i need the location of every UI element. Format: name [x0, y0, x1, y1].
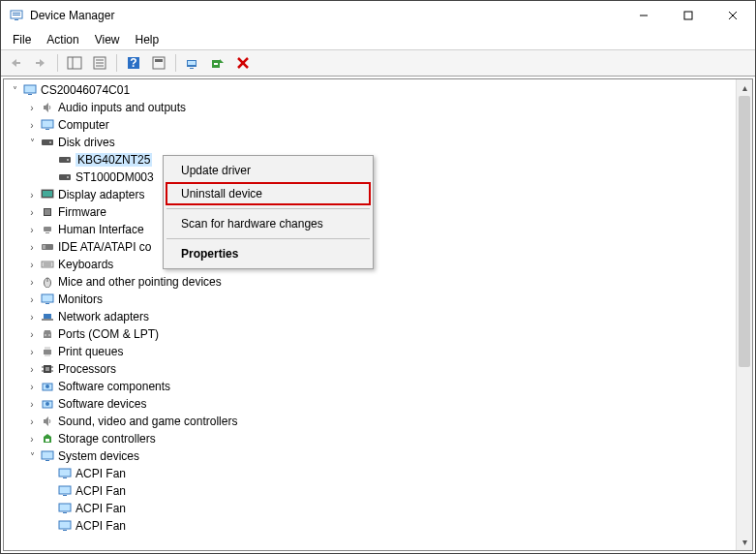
tree-root[interactable]: ˅ CS20046074C01 — [4, 81, 736, 99]
expander-icon[interactable]: › — [25, 347, 39, 357]
computer-icon — [39, 117, 56, 133]
tree-item-acpi[interactable]: ACPI Fan — [4, 500, 736, 517]
svg-rect-79 — [59, 521, 71, 529]
scan-button[interactable] — [182, 52, 203, 74]
help-button[interactable]: ? — [123, 52, 144, 74]
svg-rect-46 — [42, 262, 53, 267]
expander-icon[interactable]: › — [25, 416, 39, 427]
expander-icon[interactable]: › — [25, 312, 39, 323]
network-icon — [39, 309, 56, 324]
expander-icon[interactable]: › — [25, 434, 39, 445]
svg-rect-20 — [155, 59, 163, 62]
expander-icon[interactable]: › — [25, 294, 39, 305]
expander-icon[interactable]: › — [25, 382, 39, 392]
context-menu: Update driver Uninstall device Scan for … — [163, 155, 374, 269]
menu-help[interactable]: Help — [128, 33, 167, 46]
tree-item-monitors[interactable]: › Monitors — [4, 291, 736, 308]
svg-rect-53 — [44, 314, 51, 319]
tree-item-system[interactable]: ˅ System devices — [4, 447, 736, 465]
display-icon — [39, 187, 56, 202]
menu-action[interactable]: Action — [39, 33, 86, 46]
tree-label: Human Interface — [58, 223, 144, 236]
tree-label: Audio inputs and outputs — [58, 101, 186, 114]
tree-item-swcomponents[interactable]: › Software components — [4, 378, 736, 395]
ctx-uninstall-device[interactable]: Uninstall device — [166, 182, 371, 205]
toolbar: ? — [1, 49, 755, 77]
tree-item-acpi[interactable]: ACPI Fan — [4, 465, 736, 482]
uninstall-button[interactable] — [232, 52, 254, 74]
maximize-button[interactable] — [666, 1, 711, 30]
menu-view[interactable]: View — [87, 33, 128, 46]
tree-item-network[interactable]: › Network adapters — [4, 308, 736, 325]
minimize-button[interactable] — [621, 1, 666, 30]
expander-icon[interactable]: › — [25, 242, 39, 253]
tree-item-sound[interactable]: › Sound, video and game controllers — [4, 413, 736, 430]
tree-label: Network adapters — [58, 310, 149, 323]
svg-rect-52 — [45, 303, 49, 304]
forward-button[interactable] — [30, 52, 51, 74]
svg-rect-3 — [15, 19, 18, 20]
tree-item-acpi[interactable]: ACPI Fan — [4, 482, 736, 500]
expander-icon[interactable]: › — [25, 207, 39, 218]
expander-icon[interactable]: › — [25, 260, 39, 270]
svg-rect-74 — [63, 477, 67, 478]
action-button[interactable] — [148, 52, 169, 74]
tree-item-computer[interactable]: › Computer — [4, 116, 736, 134]
svg-rect-72 — [45, 460, 49, 461]
scroll-up-icon[interactable]: ▴ — [737, 79, 752, 96]
disk-icon — [39, 135, 56, 150]
show-hide-tree-button[interactable] — [64, 52, 85, 74]
toolbar-separator — [175, 54, 176, 72]
expander-icon[interactable]: › — [25, 364, 39, 375]
tree-item-swdevices[interactable]: › Software devices — [4, 395, 736, 413]
tree-label: Software components — [58, 380, 170, 393]
scroll-down-icon[interactable]: ▾ — [737, 534, 752, 550]
system-icon — [39, 448, 56, 464]
tree-item-processors[interactable]: › Processors — [4, 360, 736, 378]
expander-icon[interactable]: ˅ — [25, 451, 39, 462]
tree-label: Storage controllers — [58, 432, 156, 446]
expander-icon[interactable]: › — [25, 120, 39, 131]
printer-icon — [39, 344, 56, 359]
svg-point-55 — [45, 334, 46, 336]
tree-label: IDE ATA/ATAPI co — [58, 240, 151, 254]
device-tree[interactable]: ˅ CS20046074C01 › Audio inputs and outpu… — [4, 79, 736, 550]
app-icon — [9, 8, 24, 23]
svg-rect-58 — [45, 347, 50, 350]
add-legacy-button[interactable] — [207, 52, 228, 74]
expander-icon[interactable]: › — [25, 103, 39, 113]
tree-item-ports[interactable]: › Ports (COM & LPT) — [4, 325, 736, 343]
storage-icon — [39, 431, 56, 446]
window-title: Device Manager — [30, 9, 621, 22]
back-button[interactable] — [5, 52, 26, 74]
tree-item-acpi[interactable]: ACPI Fan — [4, 517, 736, 535]
expander-icon[interactable]: › — [25, 329, 39, 340]
svg-point-33 — [49, 141, 51, 143]
expander-icon[interactable]: › — [25, 277, 39, 288]
svg-rect-54 — [42, 319, 53, 321]
menu-file[interactable]: File — [5, 33, 39, 46]
expander-icon[interactable]: › — [25, 399, 39, 410]
window-controls — [621, 1, 755, 30]
properties-button[interactable] — [89, 52, 110, 74]
svg-rect-59 — [45, 354, 50, 356]
svg-rect-57 — [44, 350, 51, 354]
tree-item-audio[interactable]: › Audio inputs and outputs — [4, 99, 736, 116]
expander-icon[interactable]: ˅ — [8, 85, 21, 96]
ctx-properties[interactable]: Properties — [166, 242, 371, 265]
close-button[interactable] — [711, 1, 755, 30]
expander-icon[interactable]: › — [25, 225, 39, 235]
svg-rect-61 — [45, 367, 49, 371]
tree-item-mice[interactable]: › Mice and other pointing devices — [4, 273, 736, 291]
ctx-update-driver[interactable]: Update driver — [166, 159, 371, 182]
tree-item-disk-drives[interactable]: ˅ Disk drives — [4, 134, 736, 151]
expander-icon[interactable]: ˅ — [25, 138, 39, 148]
vertical-scrollbar[interactable]: ▴ ▾ — [736, 79, 752, 550]
tree-item-printqueues[interactable]: › Print queues — [4, 343, 736, 360]
tree-label: Keyboards — [58, 258, 113, 271]
scroll-thumb[interactable] — [739, 96, 750, 367]
expander-icon[interactable]: › — [25, 190, 39, 200]
svg-rect-75 — [59, 486, 71, 494]
tree-item-storage[interactable]: › Storage controllers — [4, 430, 736, 447]
ctx-scan-hardware[interactable]: Scan for hardware changes — [166, 212, 371, 235]
